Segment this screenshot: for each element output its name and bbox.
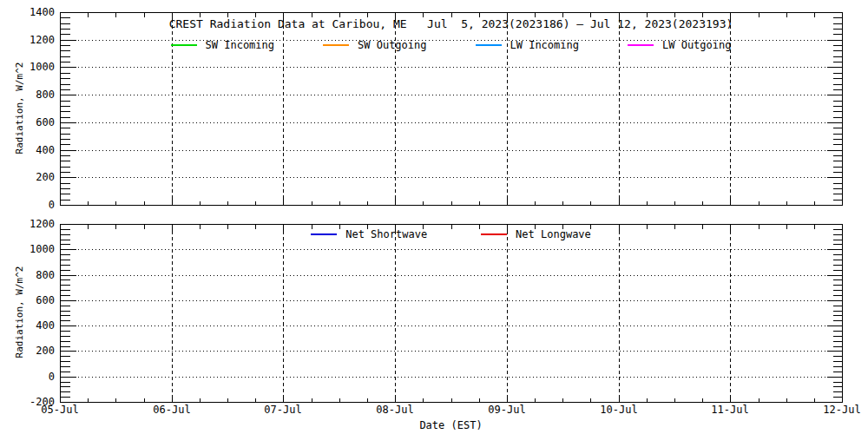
legend-item-net-longwave: Net Longwave — [481, 228, 591, 240]
legend-item-sw-incoming: SW Incoming — [171, 39, 274, 51]
x-tick-label: 12-Jul — [807, 404, 868, 416]
x-tick-label: 06-Jul — [137, 404, 207, 416]
legend-label-lw-incoming: LW Incoming — [510, 39, 579, 51]
y-tick-label: 0 — [3, 199, 55, 211]
net-shortwave-line-swatch — [311, 233, 337, 235]
y-tick-label: 1000 — [3, 61, 55, 73]
axes-gridlines-layer — [0, 0, 868, 434]
y-tick-label: 1400 — [3, 6, 55, 18]
lw-outgoing-line-swatch — [628, 44, 654, 46]
y-tick-label: 1000 — [3, 243, 55, 255]
legend-label-sw-incoming: SW Incoming — [206, 39, 274, 51]
x-tick-label: 11-Jul — [695, 404, 765, 416]
legend-item-lw-incoming: LW Incoming — [476, 39, 579, 51]
y-tick-label: 400 — [3, 144, 55, 156]
chart-title: CREST Radiation Data at Caribou, ME Jul … — [60, 17, 842, 30]
sw-outgoing-line-swatch — [323, 44, 349, 46]
net-longwave-line-swatch — [481, 233, 507, 235]
legend-label-sw-outgoing: SW Outgoing — [358, 39, 426, 51]
y-tick-label: 1200 — [3, 218, 55, 230]
radiation-chart-figure: CREST Radiation Data at Caribou, ME Jul … — [0, 0, 868, 434]
legend-item-sw-outgoing: SW Outgoing — [323, 39, 426, 51]
y-tick-label: 600 — [3, 116, 55, 128]
y-tick-label: 1200 — [3, 34, 55, 46]
lw-incoming-line-swatch — [476, 44, 502, 46]
legend-label-lw-outgoing: LW Outgoing — [662, 39, 731, 51]
legend-label-net-longwave: Net Longwave — [516, 228, 591, 240]
legend-item-lw-outgoing: LW Outgoing — [628, 39, 731, 51]
y-tick-label: 800 — [3, 269, 55, 281]
panel1-legend: SW Incoming SW Outgoing LW Incoming LW O… — [60, 39, 842, 51]
y-tick-label: 800 — [3, 89, 55, 101]
x-tick-label: 05-Jul — [25, 404, 95, 416]
y-tick-label: 0 — [3, 371, 55, 383]
panel2-legend: Net Shortwave Net Longwave — [60, 228, 842, 240]
x-tick-label: 08-Jul — [360, 404, 430, 416]
y-tick-label: 200 — [3, 345, 55, 357]
y-tick-label: 200 — [3, 171, 55, 183]
legend-label-net-shortwave: Net Shortwave — [345, 228, 427, 240]
y-tick-label: 400 — [3, 319, 55, 332]
legend-item-net-shortwave: Net Shortwave — [311, 228, 427, 240]
x-axis-title: Date (EST) — [60, 419, 842, 431]
y-tick-label: 600 — [3, 294, 55, 306]
x-tick-label: 07-Jul — [248, 404, 318, 416]
x-tick-label: 10-Jul — [584, 404, 654, 416]
x-tick-label: 09-Jul — [472, 404, 542, 416]
sw-incoming-line-swatch — [171, 44, 197, 46]
